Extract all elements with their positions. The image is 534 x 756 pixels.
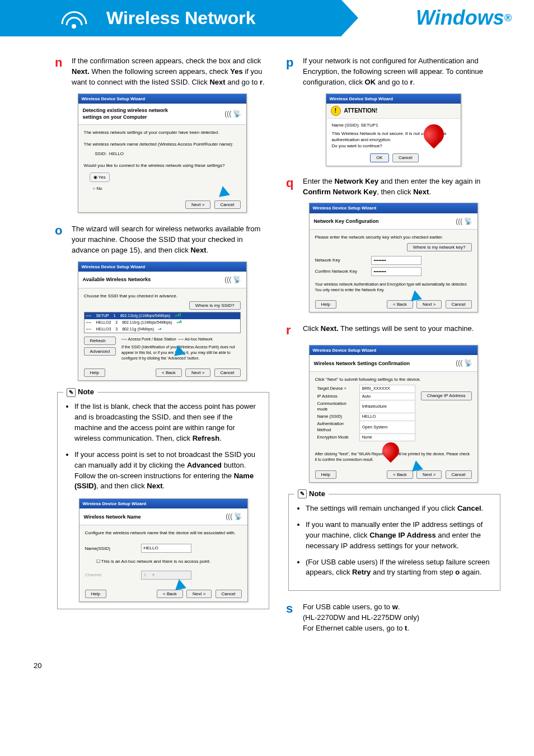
network-key-label: Network Key (315, 257, 360, 263)
pointer-arrow-icon (410, 459, 423, 471)
step-letter-q: q (286, 175, 303, 198)
ssid-list[interactable]: ▫◦▫◦SETUP1802.11b/g (11Mbps/54Mbps) ▫◦▫◦… (84, 312, 241, 333)
pointer-arrow-icon (174, 578, 186, 590)
list-item: ▫◦▫◦HELLO33802.11g (54Mbps) (85, 326, 240, 333)
note-title: Note (309, 489, 325, 499)
cancel-button[interactable]: Cancel (446, 300, 472, 309)
note-item: If the list is blank, check that the acc… (74, 402, 262, 444)
note-item: If you want to manually enter the IP add… (306, 520, 493, 552)
step-letter-n: n (55, 54, 72, 88)
next-button[interactable]: Next > (186, 590, 212, 598)
header-chevron-icon (341, 0, 358, 36)
help-button[interactable]: Help (315, 300, 336, 309)
pencil-icon: ✎ (298, 489, 307, 498)
dialog-attention: Wireless Device Setup Wizard ! ATTENTION… (326, 94, 461, 166)
attention-heading: ATTENTION! (344, 107, 378, 115)
help-button[interactable]: Help (84, 368, 105, 377)
table-row: Communication modeInfrastructure (315, 400, 415, 413)
cancel-button[interactable]: Cancel (214, 368, 241, 377)
dialog-title: Wireless Device Setup Wizard (310, 203, 477, 213)
cancel-button[interactable]: Cancel (392, 153, 419, 162)
step-letter-p: p (286, 54, 303, 88)
table-row: Encryption ModeNone (315, 433, 415, 441)
note-item: The settings will remain unchanged if yo… (306, 503, 493, 514)
next-button[interactable]: Next > (185, 200, 210, 209)
step-q: q Enter the Network Key and then enter t… (286, 176, 500, 198)
step-letter-o: o (55, 222, 72, 256)
table-row: Target Device =BRN_XXXXXX (315, 385, 415, 393)
step-n-text: If the confirmation screen appears, chec… (72, 56, 269, 88)
dialog-title: Wireless Device Setup Wizard (326, 94, 461, 104)
dialog-title: Wireless Device Setup Wizard (78, 262, 246, 272)
wifi-waves-icon: ((( 📡 (226, 512, 242, 521)
cancel-button[interactable]: Cancel (214, 200, 241, 209)
header-title-left: Wireless Network (0, 0, 341, 36)
radio-yes[interactable]: Yes (99, 175, 106, 180)
step-p: p If your network is not configured for … (286, 56, 500, 88)
dialog-title: Wireless Device Setup Wizard (79, 499, 247, 508)
table-row: Authentication MethodOpen System (315, 421, 415, 433)
pointer-arrow-icon (409, 290, 422, 301)
step-s: s For USB cable users, go to w. (HL-2270… (286, 602, 500, 634)
wifi-waves-icon: ((( 📡 (224, 275, 241, 284)
os-name: Windows (416, 4, 504, 32)
list-item: ▫◦▫◦SETUP1802.11b/g (11Mbps/54Mbps) (85, 312, 240, 319)
wifi-waves-icon: ((( 📡 (456, 217, 472, 226)
table-row: IP AddressAuto (315, 393, 415, 400)
pointer-arrow-icon (217, 185, 230, 197)
warning-icon: ! (331, 106, 341, 116)
dialog-heading: Wireless Network Settings Confirmation (314, 360, 410, 367)
next-button[interactable]: Next > (185, 368, 210, 377)
note-item: (For USB cable users) If the wireless se… (306, 557, 493, 578)
advanced-button[interactable]: Advanced (84, 347, 116, 356)
step-p-text: If your network is not configured for Au… (303, 56, 500, 88)
back-button[interactable]: < Back (387, 300, 413, 309)
next-button[interactable]: Next > (416, 300, 442, 309)
header-bar: Wireless Network Windows® (0, 0, 534, 39)
note-item: If your access point is set to not broad… (74, 450, 262, 492)
radio-no[interactable]: No (97, 186, 102, 191)
cancel-button[interactable]: Cancel (216, 590, 242, 598)
back-button[interactable]: < Back (157, 590, 183, 598)
help-button[interactable]: Help (315, 470, 336, 479)
step-q-text: Enter the Network Key and then enter the… (303, 176, 500, 198)
registered-mark: ® (504, 11, 512, 25)
ok-button[interactable]: OK (370, 153, 389, 162)
channel-label: Channel (85, 572, 130, 578)
back-button[interactable]: < Back (156, 368, 182, 377)
help-button[interactable]: Help (85, 590, 106, 598)
network-key-input[interactable]: •••••••• (371, 256, 421, 265)
dialog-network-key: Wireless Device Setup Wizard Network Key… (309, 203, 478, 312)
change-ip-button[interactable]: Change IP Address (421, 391, 472, 400)
dialog-title: Wireless Device Setup Wizard (78, 94, 246, 104)
settings-table: Target Device =BRN_XXXXXX IP AddressAuto… (315, 385, 415, 441)
wifi-waves-icon: ((( 📡 (224, 109, 241, 119)
dialog-heading: Available Wireless Networks (83, 276, 151, 283)
note-title: Note (78, 387, 94, 397)
adhoc-checkbox[interactable]: ☐ (96, 559, 101, 564)
dialog-heading: Detecting existing wireless network sett… (83, 107, 184, 121)
note-box-left: ✎Note If the list is blank, check that t… (57, 392, 269, 609)
step-letter-s: s (286, 600, 303, 634)
svg-point-0 (72, 24, 76, 29)
where-key-button[interactable]: Where is my network key? (407, 243, 472, 251)
dialog-heading: Wireless Network Name (84, 514, 141, 521)
name-ssid-input[interactable]: HELLO (141, 544, 191, 553)
dialog-available-networks: Wireless Device Setup Wizard Available W… (78, 262, 247, 381)
where-ssid-button[interactable]: Where is my SSID? (189, 301, 241, 310)
dialog-settings-confirmation: Wireless Device Setup Wizard Wireless Ne… (309, 345, 478, 483)
back-button[interactable]: < Back (387, 470, 413, 479)
confirm-key-input[interactable]: •••••••• (371, 267, 421, 276)
refresh-button[interactable]: Refresh (84, 337, 116, 345)
wifi-waves-icon: ((( 📡 (456, 358, 472, 368)
step-o: o The wizard will search for wireless ne… (55, 224, 269, 256)
right-column: p If your network is not configured for … (286, 56, 500, 638)
brand-wifi-icon (59, 8, 90, 31)
cancel-button[interactable]: Cancel (446, 470, 472, 479)
dialog-detect-settings: Wireless Device Setup Wizard Detecting e… (78, 94, 247, 213)
dialog-title: Wireless Device Setup Wizard (310, 346, 477, 355)
pencil-icon: ✎ (67, 388, 76, 397)
pointer-arrow-icon (172, 344, 185, 356)
step-o-text: The wizard will search for wireless netw… (72, 224, 269, 256)
dialog-heading: Network Key Configuration (314, 218, 379, 225)
